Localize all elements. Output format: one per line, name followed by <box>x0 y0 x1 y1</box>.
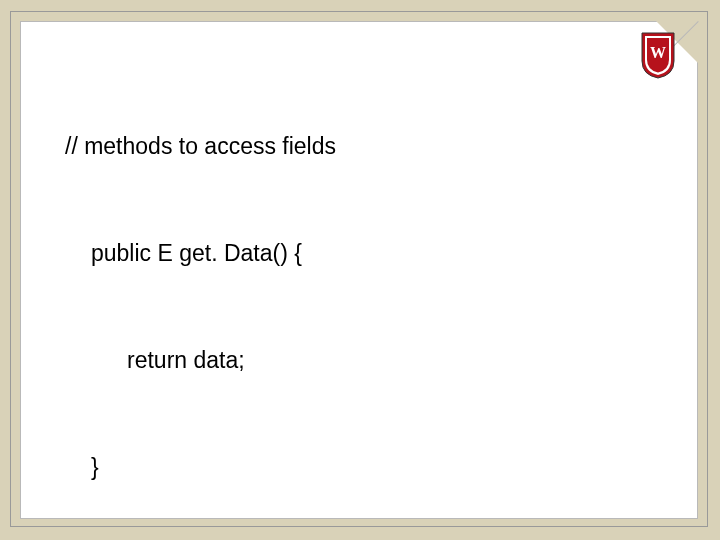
code-line-comment: // methods to access fields <box>65 129 637 165</box>
code-line-getdata-sig: public E get. Data() { <box>65 236 637 272</box>
slide-frame: // methods to access fields public E get… <box>10 11 708 527</box>
code-line-close1: } <box>65 450 637 486</box>
uw-crest-icon: W <box>640 31 676 79</box>
crest-letter: W <box>650 44 666 61</box>
code-line-return-data: return data; <box>65 343 637 379</box>
slide-card: // methods to access fields public E get… <box>20 21 698 519</box>
code-block: // methods to access fields public E get… <box>65 58 637 540</box>
